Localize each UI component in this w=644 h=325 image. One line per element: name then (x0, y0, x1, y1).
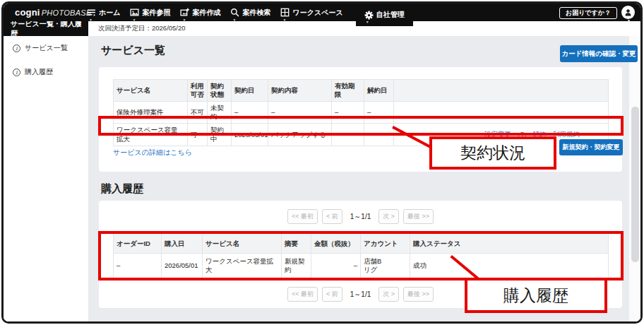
case-view-icon (130, 8, 139, 17)
cell-service-name: ワークスペース容量拡大 (203, 254, 282, 278)
pagination-prev-button[interactable]: < 前 (322, 287, 342, 302)
sidebar-item-purchase-history[interactable]: i 購入履歴 (4, 60, 88, 84)
col-header-amount: 金額（税抜） (311, 234, 361, 254)
nav-item-label: 案件参照 (142, 8, 170, 18)
app-logo[interactable]: cogni PHOTOBASE (4, 4, 87, 21)
case-create-icon (180, 8, 189, 17)
company-admin-gear-icon (364, 11, 374, 20)
table-row: – 2026/05/01 ワークスペース容量拡大 新規契約 – 店舗B リグ 成… (114, 254, 609, 278)
info-icon: i (13, 45, 20, 52)
pagination-top: << 最初 < 前 1～1/1 次 > 最後 >> (99, 209, 622, 224)
chevron-down-icon: ▼ (232, 18, 236, 22)
home-menu-icon (87, 8, 96, 17)
col-header-service-name: サービス名 (114, 80, 188, 102)
purchase-history-callout-label: 購入履歴 (503, 285, 568, 307)
service-details-link[interactable]: サービスの詳細はこちら (113, 148, 192, 158)
chevron-down-icon: ▼ (89, 18, 93, 22)
cell-cancel-date: – (364, 101, 394, 124)
logo-text-primary: cogni (15, 7, 40, 18)
info-icon: i (13, 69, 20, 76)
table-row: 保険外修理案件 不可 未契約 – – – – (114, 101, 609, 124)
pagination-first-button[interactable]: << 最初 (287, 209, 318, 224)
pagination-last-button[interactable]: 最後 >> (403, 287, 434, 302)
contract-status-callout: 契約状況 (429, 136, 556, 170)
cell-purchase-date: 2026/05/01 (162, 254, 203, 278)
col-header-availability: 利用可否 (188, 80, 208, 102)
sidebar-title: サービス一覧・購入履歴 (4, 21, 88, 36)
pagination-last-button[interactable]: 最後 >> (403, 209, 434, 224)
cell-service-name: 保険外修理案件 (114, 101, 188, 124)
service-table-header-row: サービス名 利用可否 契約状態 契約日 契約内容 有効期限 解約日 (114, 80, 609, 102)
col-header-contract-state: 契約状態 (208, 80, 232, 102)
col-header-service-name: サービス名 (203, 234, 282, 254)
card-info-button[interactable]: カード情報の確認・変更 (560, 45, 638, 62)
cell-contract-detail: – (268, 101, 332, 124)
next-payment-text: 次回決済予定日：2026/05/20 (98, 24, 186, 33)
chevron-down-icon: ▼ (132, 18, 136, 22)
col-header-status: 購入ステータス (410, 234, 609, 254)
logo-text-secondary: PHOTOBASE (42, 8, 92, 17)
cell-contract-date: – (232, 101, 268, 124)
top-navigation: cogni PHOTOBASE ホーム ▼ 案件参照 ▼ (4, 4, 640, 21)
terms-of-use-link[interactable]: 利用規約 (553, 130, 580, 138)
app-window: cogni PHOTOBASE ホーム ▼ 案件参照 ▼ (0, 0, 644, 325)
col-header-order-id: オーダーID (114, 234, 162, 254)
service-list-title: サービス一覧 (101, 44, 165, 57)
pagination-first-button[interactable]: << 最初 (287, 287, 318, 302)
help-button[interactable]: お困りですか？ (559, 7, 617, 19)
nav-item-company-admin[interactable]: 自社管理 ▼ (356, 4, 413, 26)
cell-actions (394, 101, 609, 124)
new-contract-button[interactable]: 新規契約・契約変更 (559, 139, 623, 155)
nav-item-case-search[interactable]: 案件検索 ▼ (230, 4, 270, 21)
cell-expiry: – (332, 124, 364, 146)
cell-order-id: – (114, 254, 162, 278)
cell-contract-state: 未契約 (208, 101, 232, 124)
case-search-icon (230, 8, 239, 17)
pagination-next-button[interactable]: 次 > (378, 209, 399, 224)
cell-account: 店舗B リグ (361, 254, 410, 278)
sidebar-item-label: サービス一覧 (25, 43, 68, 53)
purchase-history-title: 購入履歴 (101, 182, 143, 196)
cell-availability: 不可 (188, 101, 208, 124)
col-header-contract-date: 契約日 (232, 80, 268, 102)
cell-availability: 可 (188, 124, 208, 146)
pagination-next-button[interactable]: 次 > (378, 287, 399, 302)
cell-amount: – (311, 254, 361, 278)
user-icon (624, 8, 633, 17)
user-avatar[interactable] (621, 6, 635, 19)
chevron-down-icon: ▼ (366, 20, 369, 24)
pagination-page-info: 1～1/1 (350, 212, 371, 222)
nav-item-workspace[interactable]: ワークスペース ▼ (280, 4, 342, 21)
account-line: リグ (364, 266, 407, 274)
scrollbar-track[interactable] (629, 36, 640, 321)
cell-summary: 新規契約 (282, 254, 311, 278)
cell-cancel-date: – (364, 124, 394, 146)
sidebar-item-label: 購入履歴 (25, 67, 53, 77)
nav-item-case-view[interactable]: 案件参照 ▼ (130, 4, 170, 21)
chevron-down-icon: ▼ (627, 19, 631, 23)
scrollbar-thumb[interactable] (631, 107, 639, 262)
window-frame: cogni PHOTOBASE ホーム ▼ 案件参照 ▼ (1, 1, 643, 324)
purchase-history-callout: 購入履歴 (465, 278, 607, 313)
chevron-down-icon: ▼ (182, 18, 186, 22)
workspace-icon (280, 8, 290, 17)
account-line: 店舗B (364, 257, 407, 266)
cell-contract-detail: バックアップする (268, 124, 332, 146)
cell-contract-state: 契約中 (208, 124, 232, 146)
pagination-prev-button[interactable]: < 前 (322, 209, 342, 224)
col-header-contract-detail: 契約内容 (268, 80, 332, 102)
purchase-table: オーダーID 購入日 サービス名 摘要 金額（税抜） アカウント 購入ステータス… (113, 233, 609, 278)
nav-item-label: ワークスペース (292, 8, 342, 18)
contract-status-callout-label: 契約状況 (460, 142, 525, 164)
cell-expiry: – (332, 101, 364, 124)
sidebar-item-service-list[interactable]: i サービス一覧 (4, 36, 88, 60)
nav-item-home[interactable]: ホーム ▼ (87, 4, 120, 21)
purchase-table-header-row: オーダーID 購入日 サービス名 摘要 金額（税抜） アカウント 購入ステータス (114, 234, 609, 254)
col-header-summary: 摘要 (282, 234, 311, 254)
col-header-cancel-date: 解約日 (364, 80, 394, 102)
col-header-actions (394, 80, 609, 102)
cell-contract-date: 2026/05/01 (232, 124, 268, 146)
cell-service-name: ワークスペース容量拡大 (114, 124, 188, 146)
nav-item-case-create[interactable]: 案件作成 ▼ (180, 4, 220, 21)
col-header-purchase-date: 購入日 (162, 234, 203, 254)
